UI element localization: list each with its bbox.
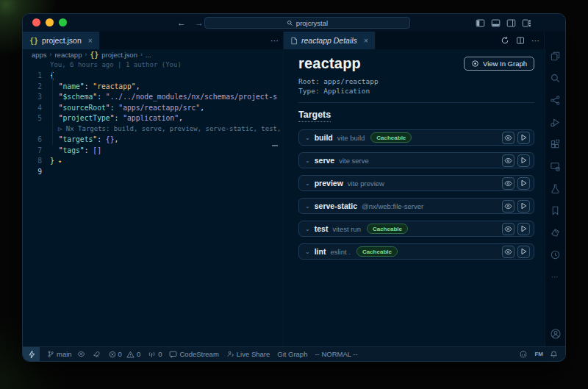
more-actions-icon[interactable]: ⋯ <box>531 36 539 46</box>
line-number: 2 <box>23 82 42 90</box>
code-line[interactable]: 8} ✦ <box>23 156 283 167</box>
gitlens-icon[interactable] <box>549 226 562 239</box>
code-line[interactable]: 9 <box>23 166 283 177</box>
chevron-down-icon[interactable]: ⌄ <box>305 226 310 232</box>
run-target-button[interactable] <box>517 200 530 213</box>
target-row[interactable]: ⌄ preview vite preview <box>298 175 534 191</box>
code-line[interactable]: 2 "name": "reactapp", <box>23 81 283 92</box>
target-row[interactable]: ⌄ build vite build Cacheable <box>298 129 534 146</box>
run-target-button[interactable] <box>517 154 530 167</box>
breadcrumb[interactable]: apps › reactapp › {} project.json › ... <box>23 49 283 60</box>
codestream-item[interactable]: CodeStream <box>169 350 218 358</box>
cacheable-badge: Cacheable <box>356 246 398 257</box>
target-row[interactable]: ⌄ lint eslint . Cacheable <box>298 243 534 260</box>
target-row[interactable]: ⌄ serve vite serve <box>298 152 534 168</box>
nx-targets-codelens[interactable]: ▷ Nx Targets: build, serve, preview, ser… <box>23 124 283 135</box>
search-icon[interactable] <box>549 71 562 85</box>
run-target-button[interactable] <box>517 177 530 190</box>
code-line[interactable]: 6 "targets": {}, <box>23 135 283 146</box>
chevron-down-icon[interactable]: ⌄ <box>305 249 310 255</box>
explorer-icon[interactable] <box>549 49 562 63</box>
view-target-button[interactable] <box>502 200 514 213</box>
json-editor[interactable]: apps › reactapp › {} project.json › ... … <box>23 49 284 346</box>
maximize-window-button[interactable] <box>59 18 67 26</box>
code-line[interactable]: 7 "tags": [] <box>23 145 283 156</box>
chevron-down-icon[interactable]: ⌄ <box>305 180 310 187</box>
copilot-icon[interactable] <box>519 350 528 358</box>
layout-customize-icon[interactable] <box>522 18 531 28</box>
code-line[interactable]: 5 "projectType": "application", <box>23 113 283 124</box>
tab-reactapp-details[interactable]: reactapp Details × <box>284 32 376 49</box>
run-target-button[interactable] <box>517 223 530 235</box>
close-tab-icon[interactable]: × <box>364 37 368 45</box>
close-tab-icon[interactable]: × <box>88 37 93 45</box>
breadcrumb-item-file[interactable]: project.json <box>101 51 137 59</box>
ports-item[interactable]: 0 <box>148 350 162 358</box>
target-row[interactable]: ⌄ serve-static @nx/web:file-server <box>298 198 534 214</box>
source-graph-icon[interactable] <box>549 93 562 107</box>
view-target-button[interactable] <box>502 177 514 190</box>
view-target-button[interactable] <box>502 246 514 258</box>
run-target-button[interactable] <box>517 246 530 258</box>
history-forward-button[interactable]: → <box>195 18 204 28</box>
test-beaker-icon[interactable] <box>549 182 562 195</box>
file-icon <box>290 37 298 45</box>
notifications-bell-icon[interactable] <box>550 350 558 359</box>
bookmarks-icon[interactable] <box>549 204 562 217</box>
eye-icon[interactable] <box>77 351 85 357</box>
view-target-button[interactable] <box>502 223 514 235</box>
layout-sidebar-right-icon[interactable] <box>506 18 516 28</box>
remote-explorer-icon[interactable] <box>549 160 562 173</box>
extensions-icon[interactable] <box>549 138 562 151</box>
tab-project-json[interactable]: {} project.json × <box>23 32 100 49</box>
tab-label: project.json <box>42 36 82 45</box>
history-back-button[interactable]: ← <box>177 18 186 28</box>
vim-mode-indicator[interactable]: -- NORMAL -- <box>315 350 357 358</box>
remote-lightning-icon <box>28 350 35 359</box>
split-editor-icon[interactable] <box>516 36 525 45</box>
breadcrumb-item-reactapp[interactable]: reactapp <box>54 51 82 59</box>
overview-ruler-cursor <box>272 145 278 146</box>
code-line[interactable]: 3 "$schema": "../../node_modules/nx/sche… <box>23 92 283 103</box>
refresh-icon[interactable] <box>501 36 509 45</box>
gitlens-bird-item[interactable] <box>93 350 101 358</box>
timeline-clock-icon[interactable] <box>549 248 562 261</box>
run-debug-icon[interactable] <box>549 115 562 129</box>
minimize-window-button[interactable] <box>46 18 54 26</box>
more-views-icon[interactable]: ⋯ <box>549 270 562 283</box>
view-in-graph-button[interactable]: View In Graph <box>464 57 534 71</box>
remote-indicator[interactable] <box>23 347 40 361</box>
indent-guide <box>52 71 53 145</box>
view-target-button[interactable] <box>502 132 514 144</box>
play-icon <box>520 202 527 210</box>
workbench-main: apps › reactapp › {} project.json › ... … <box>23 49 565 346</box>
code-area[interactable]: You, 6 hours ago | 1 author (You)1{2 "na… <box>23 60 283 346</box>
gitgraph-item[interactable]: Git Graph <box>277 350 307 358</box>
line-number: 1 <box>23 71 42 79</box>
branch-name: main <box>57 350 72 358</box>
breadcrumb-item-apps[interactable]: apps <box>32 51 47 59</box>
more-actions-icon[interactable]: ⋯ <box>270 36 279 46</box>
fm-indicator[interactable]: FM <box>534 351 543 357</box>
target-row[interactable]: ⌄ test vitest run Cacheable <box>298 221 534 237</box>
liveshare-item[interactable]: Live Share <box>226 350 270 358</box>
eye-icon <box>504 135 512 141</box>
chevron-down-icon[interactable]: ⌄ <box>305 157 310 164</box>
command-center-search[interactable]: projcrystal <box>204 17 410 29</box>
git-branch-item[interactable]: main <box>47 350 85 358</box>
breadcrumb-item-symbol[interactable]: ... <box>146 51 151 59</box>
view-target-button[interactable] <box>502 154 514 167</box>
target-name: preview <box>315 179 343 188</box>
desktop-background: ← → projcrystal {} project.json × <box>0 0 588 389</box>
close-window-button[interactable] <box>32 18 40 26</box>
code-line[interactable]: 1{ <box>23 71 283 82</box>
play-icon <box>520 157 527 164</box>
chevron-down-icon[interactable]: ⌄ <box>305 203 310 210</box>
layout-panel-icon[interactable] <box>491 18 501 28</box>
chevron-down-icon[interactable]: ⌄ <box>305 135 310 141</box>
run-target-button[interactable] <box>517 132 530 144</box>
account-icon[interactable] <box>549 327 562 340</box>
problems-item[interactable]: 0 0 <box>109 350 141 358</box>
layout-sidebar-left-icon[interactable] <box>476 18 485 28</box>
code-line[interactable]: 4 "sourceRoot": "apps/reactapp/src", <box>23 102 283 113</box>
